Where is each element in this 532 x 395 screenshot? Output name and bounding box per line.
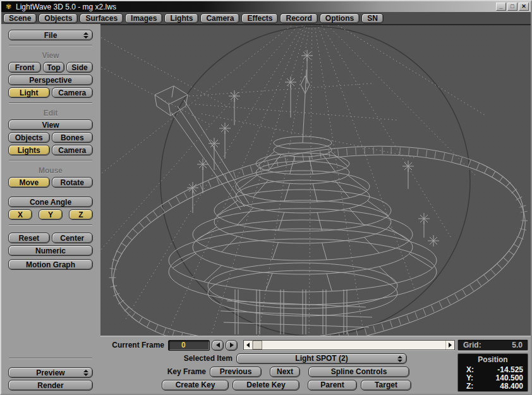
center-button[interactable]: Center (52, 233, 94, 243)
perspective-view-button[interactable]: Perspective (8, 75, 93, 85)
preview-dropdown[interactable]: Preview (8, 367, 93, 378)
edit-section-label: Edit (8, 109, 93, 118)
camera-view-button[interactable]: Camera (52, 87, 94, 98)
tab-sn[interactable]: SN (361, 13, 384, 23)
frame-next-button[interactable] (226, 340, 238, 351)
tab-scene[interactable]: Scene (3, 13, 37, 23)
divider (9, 160, 92, 161)
timeline-scrollbar[interactable] (243, 340, 455, 350)
target-button[interactable]: Target (361, 380, 411, 391)
tab-images[interactable]: Images (125, 13, 162, 23)
updown-arrows-icon (83, 370, 88, 376)
divider (9, 45, 92, 46)
selected-item-label: Selected Item (104, 354, 233, 363)
right-arrow-icon (230, 343, 234, 348)
frame-prev-button[interactable] (212, 340, 224, 351)
grid-label: Grid: (463, 341, 481, 349)
current-frame-input[interactable] (168, 340, 210, 351)
edit-bones-button[interactable]: Bones (52, 132, 94, 143)
viewport[interactable] (100, 24, 531, 337)
next-key-button[interactable]: Next (270, 367, 300, 377)
grid-size-display: Grid: 5.0 (457, 339, 528, 351)
app-window: ✾ LightWave 3D 5.0 - mg x2.lws _ □ ✕ Sce… (0, 0, 532, 395)
scrollbar-right-arrow[interactable] (445, 341, 454, 349)
updown-arrows-icon (83, 32, 88, 39)
maximize-button[interactable]: □ (507, 3, 517, 11)
divider (9, 102, 92, 104)
menu-tab-bar: Scene Objects Surfaces Images Lights Cam… (1, 12, 531, 24)
reset-button[interactable]: Reset (8, 233, 50, 243)
top-view-button[interactable]: Top (43, 62, 64, 73)
x-axis-button[interactable]: X (8, 209, 32, 220)
left-arrow-icon (246, 343, 250, 348)
key-frame-label: Key Frame (104, 367, 206, 376)
edit-lights-button[interactable]: Lights (8, 145, 50, 155)
tab-objects[interactable]: Objects (39, 13, 78, 23)
tab-record[interactable]: Record (280, 13, 317, 23)
tab-options[interactable]: Options (320, 13, 360, 23)
close-button[interactable]: ✕ (519, 3, 529, 11)
minimize-button[interactable]: _ (496, 3, 506, 11)
tool-sidebar: File View Front Top Side Perspective Lig… (1, 24, 100, 394)
tab-lights[interactable]: Lights (164, 13, 198, 23)
delete-key-button[interactable]: Delete Key (233, 380, 299, 391)
left-arrow-icon (216, 343, 220, 348)
window-title: LightWave 3D 5.0 - mg x2.lws (16, 3, 116, 11)
current-frame-label: Current Frame (104, 341, 164, 349)
tab-effects[interactable]: Effects (241, 13, 278, 23)
y-axis-button[interactable]: Y (39, 209, 63, 220)
numeric-button[interactable]: Numeric (8, 245, 93, 256)
view-section-label: View (8, 51, 93, 60)
updown-arrows-icon (397, 356, 402, 362)
light-view-button[interactable]: Light (8, 87, 50, 98)
spline-controls-button[interactable]: Spline Controls (308, 367, 409, 377)
cone-angle-button[interactable]: Cone Angle (8, 197, 93, 207)
viewport-wireframe[interactable] (100, 25, 528, 336)
file-dropdown[interactable]: File (8, 30, 93, 40)
side-view-button[interactable]: Side (66, 62, 93, 73)
scrollbar-left-arrow[interactable] (244, 341, 253, 349)
divider (9, 224, 92, 226)
position-panel: Position X: -14.525 Y: 140.500 Z: 48.400 (457, 353, 528, 392)
z-axis-button[interactable]: Z (69, 209, 93, 220)
render-button[interactable]: Render (8, 380, 93, 391)
front-view-button[interactable]: Front (8, 62, 41, 73)
selected-item-dropdown[interactable]: Light SPOT (2) (236, 353, 407, 364)
divider (9, 358, 92, 359)
edit-view-button[interactable]: View (8, 119, 93, 130)
title-bar[interactable]: ✾ LightWave 3D 5.0 - mg x2.lws _ □ ✕ (1, 1, 531, 12)
edit-camera-button[interactable]: Camera (52, 145, 94, 155)
grid-value: 5.0 (512, 341, 523, 349)
create-key-button[interactable]: Create Key (162, 380, 229, 391)
previous-key-button[interactable]: Previous (210, 367, 262, 377)
lightwave-logo-icon: ✾ (4, 3, 13, 11)
scrollbar-thumb[interactable] (253, 341, 262, 349)
position-z-row: Z: 48.400 (458, 382, 528, 391)
tab-camera[interactable]: Camera (200, 13, 239, 23)
right-arrow-icon (449, 343, 452, 348)
mouse-rotate-button[interactable]: Rotate (52, 177, 94, 188)
edit-objects-button[interactable]: Objects (8, 132, 50, 143)
tab-surfaces[interactable]: Surfaces (80, 13, 123, 23)
bottom-control-bar: Current Frame (100, 337, 531, 394)
mouse-move-button[interactable]: Move (8, 177, 50, 188)
position-z-value: 48.400 (500, 382, 523, 391)
motion-graph-button[interactable]: Motion Graph (8, 259, 93, 270)
position-title: Position (458, 354, 528, 366)
mouse-section-label: Mouse (8, 166, 93, 175)
parent-button[interactable]: Parent (308, 380, 357, 391)
